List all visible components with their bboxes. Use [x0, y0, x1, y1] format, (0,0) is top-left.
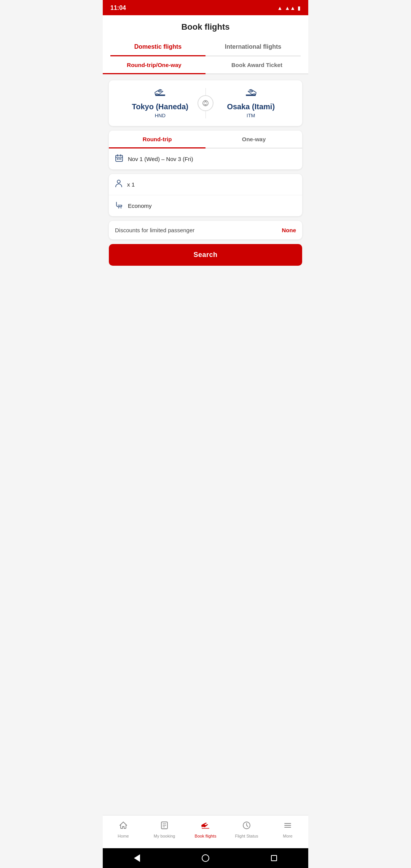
home-icon [119, 821, 128, 832]
nav-flightstatus[interactable]: Flight Status [226, 819, 267, 841]
status-time: 11:04 [110, 5, 126, 11]
more-icon [283, 821, 292, 832]
passenger-count-row[interactable]: x 1 [109, 174, 302, 195]
destination-airport[interactable]: Osaka (Itami) ITM [206, 88, 296, 118]
header: Book flights Domestic flights Internatio… [103, 15, 308, 56]
home-button[interactable] [200, 853, 211, 863]
tab-domestic[interactable]: Domestic flights [110, 38, 206, 56]
status-icons: ▲ ▲▲ ▮ [277, 5, 301, 11]
tab-roundtrip-oneway[interactable]: Round-trip/One-way [103, 56, 206, 73]
nav-more-label: More [283, 834, 292, 838]
booking-icon [160, 821, 169, 832]
date-selector[interactable]: Nov 1 (Wed) – Nov 3 (Fri) [109, 148, 302, 169]
battery-icon: ▮ [298, 5, 301, 11]
destination-code: ITM [206, 113, 296, 118]
swap-button[interactable] [198, 95, 213, 111]
bottom-nav: Home My booking Book flights Flight Stat… [103, 815, 308, 848]
origin-airport[interactable]: Tokyo (Haneda) HND [115, 88, 206, 118]
system-nav [103, 848, 308, 868]
wifi-icon: ▲ [277, 5, 282, 11]
airport-selector: Tokyo (Haneda) HND Osa [109, 80, 302, 126]
page-title: Book flights [110, 22, 301, 32]
nav-bookflights-label: Book flights [195, 834, 217, 838]
trip-type-roundtrip[interactable]: Round-trip [109, 131, 206, 148]
discount-value: None [282, 227, 296, 233]
passengers-card: x 1 Economy [109, 174, 302, 216]
nav-home-label: Home [118, 834, 129, 838]
search-button[interactable]: Search [109, 244, 302, 266]
passenger-count: x 1 [127, 181, 135, 188]
cabin-class-row[interactable]: Economy [109, 195, 302, 216]
svg-rect-3 [117, 158, 118, 160]
destination-name: Osaka (Itami) [206, 102, 296, 111]
nav-home[interactable]: Home [103, 819, 144, 841]
sub-tabs: Round-trip/One-way Book Award Ticket [103, 56, 308, 74]
svg-rect-8 [202, 828, 209, 829]
nav-mybooking-label: My booking [154, 834, 175, 838]
nav-flightstatus-label: Flight Status [235, 834, 258, 838]
status-icon [242, 821, 251, 832]
trip-type-tabs: Round-trip One-way [109, 131, 302, 148]
status-bar: 11:04 ▲ ▲▲ ▮ [103, 0, 308, 15]
back-button[interactable] [132, 853, 142, 863]
flights-icon [201, 821, 210, 832]
svg-rect-4 [119, 158, 120, 160]
nav-more[interactable]: More [267, 819, 308, 841]
discount-card[interactable]: Discounts for limited passenger None [109, 221, 302, 239]
date-value: Nov 1 (Wed) – Nov 3 (Fri) [128, 156, 193, 162]
passenger-icon [115, 179, 123, 190]
arrival-icon [206, 88, 296, 99]
tab-international[interactable]: International flights [206, 38, 301, 56]
signal-icon: ▲▲ [285, 5, 295, 11]
trip-type-oneway[interactable]: One-way [206, 131, 302, 148]
origin-name: Tokyo (Haneda) [115, 102, 206, 111]
departure-icon [115, 88, 206, 99]
svg-rect-1 [246, 95, 256, 96]
trip-type-card: Round-trip One-way Nov 1 (Wed) – Nov 3 (… [109, 131, 302, 169]
svg-point-6 [117, 180, 120, 183]
tab-book-award[interactable]: Book Award Ticket [206, 56, 308, 73]
airport-divider [206, 88, 206, 118]
origin-code: HND [115, 113, 206, 118]
svg-rect-5 [120, 158, 121, 160]
svg-rect-0 [155, 95, 165, 96]
nav-bookflights[interactable]: Book flights [185, 819, 226, 841]
main-tabs: Domestic flights International flights [110, 38, 301, 56]
calendar-icon [115, 154, 123, 164]
cabin-class: Economy [128, 203, 152, 209]
airport-selector-card: Tokyo (Haneda) HND Osa [109, 80, 302, 126]
recent-button[interactable] [269, 853, 279, 863]
content: Tokyo (Haneda) HND Osa [103, 74, 308, 815]
discount-label: Discounts for limited passenger [115, 227, 194, 233]
seat-icon [115, 201, 123, 211]
nav-mybooking[interactable]: My booking [144, 819, 185, 841]
